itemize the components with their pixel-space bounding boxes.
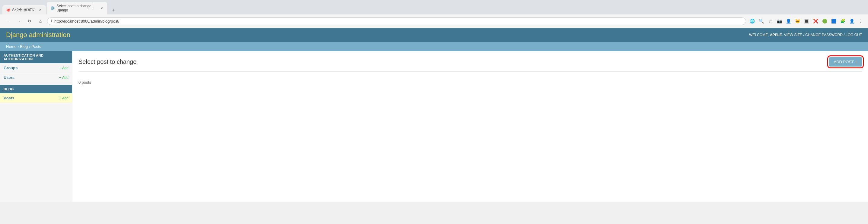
django-header: Django administration WELCOME, APPLE. VI… bbox=[0, 28, 868, 42]
forward-button[interactable]: → bbox=[14, 17, 23, 25]
extensions-icon[interactable]: 🧩 bbox=[839, 17, 846, 25]
back-button[interactable]: ← bbox=[4, 17, 12, 25]
reload-button[interactable]: ↻ bbox=[25, 17, 34, 25]
tab-label-django: Select post to change | Django bbox=[56, 4, 97, 12]
menu-icon[interactable]: ⋮ bbox=[857, 17, 864, 25]
tab-favicon-ai: 🐙 bbox=[6, 8, 10, 12]
home-button[interactable]: ⌂ bbox=[36, 17, 45, 25]
welcome-prefix: WELCOME, bbox=[749, 33, 769, 37]
tab-bar: 🐙 AI悦创-黄家宝 ✕ ⚙️ Select post to change | … bbox=[0, 0, 868, 14]
translate-icon[interactable]: 🌐 bbox=[748, 17, 756, 25]
tab-close-django[interactable]: ✕ bbox=[100, 6, 103, 10]
blog-section-header: BLOG bbox=[0, 85, 72, 94]
extension1-icon[interactable]: 🐱 bbox=[794, 17, 801, 25]
users-link[interactable]: Users bbox=[4, 75, 14, 80]
nav-actions: 🌐 🔍 ☆ 📷 👤 🐱 🔳 ❌ 🟢 🟦 🧩 👤 ⋮ bbox=[748, 17, 864, 25]
auth-section-header: AUTHENTICATION AND AUTHORIZATION bbox=[0, 51, 72, 63]
page-title: Select post to change bbox=[79, 59, 136, 65]
browser-chrome: 🐙 AI悦创-黄家宝 ✕ ⚙️ Select post to change | … bbox=[0, 0, 868, 28]
post-count: 0 posts bbox=[79, 78, 862, 87]
tab-label-ai: AI悦创-黄家宝 bbox=[12, 7, 35, 12]
extension4-icon[interactable]: 🟢 bbox=[821, 17, 828, 25]
user-avatar[interactable]: 👤 bbox=[848, 17, 855, 25]
sidebar-item-users: Users + Add bbox=[0, 73, 72, 82]
groups-link[interactable]: Groups bbox=[4, 66, 18, 70]
breadcrumb-blog[interactable]: Blog bbox=[20, 44, 28, 49]
django-admin: Django administration WELCOME, APPLE. VI… bbox=[0, 28, 868, 202]
address-text: http://localhost:8000/admin/blog/post/ bbox=[54, 19, 119, 24]
profile-icon[interactable]: 👤 bbox=[785, 17, 792, 25]
separator2: / bbox=[843, 33, 844, 37]
breadcrumb-posts: Posts bbox=[31, 44, 41, 49]
admin-content: AUTHENTICATION AND AUTHORIZATION Groups … bbox=[0, 51, 868, 202]
main-content: Select post to change ADD POST + 0 posts bbox=[72, 51, 868, 202]
user-info: WELCOME, APPLE. VIEW SITE / CHANGE PASSW… bbox=[749, 33, 862, 37]
sidebar-item-groups: Groups + Add bbox=[0, 63, 72, 73]
new-tab-button[interactable]: + bbox=[109, 6, 117, 14]
tab-django[interactable]: ⚙️ Select post to change | Django ✕ bbox=[47, 2, 107, 14]
tab-ai[interactable]: 🐙 AI悦创-黄家宝 ✕ bbox=[2, 5, 46, 14]
nav-bar: ← → ↻ ⌂ ℹ http://localhost:8000/admin/bl… bbox=[0, 14, 868, 28]
sidebar-separator bbox=[0, 82, 72, 85]
address-bar[interactable]: ℹ http://localhost:8000/admin/blog/post/ bbox=[47, 17, 746, 25]
sidebar: AUTHENTICATION AND AUTHORIZATION Groups … bbox=[0, 51, 72, 202]
zoom-icon[interactable]: 🔍 bbox=[757, 17, 765, 25]
extension5-icon[interactable]: 🟦 bbox=[830, 17, 837, 25]
posts-add-link[interactable]: + Add bbox=[59, 96, 68, 100]
view-site-link[interactable]: VIEW SITE bbox=[784, 33, 802, 37]
tab-favicon-django: ⚙️ bbox=[51, 6, 55, 10]
separator1: / bbox=[803, 33, 804, 37]
change-password-link[interactable]: CHANGE PASSWORD bbox=[805, 33, 843, 37]
django-title: Django administration bbox=[6, 31, 70, 39]
screenshot-icon[interactable]: 📷 bbox=[776, 17, 783, 25]
username: APPLE bbox=[770, 33, 782, 37]
breadcrumb-arrow1: › bbox=[18, 44, 19, 49]
add-post-button[interactable]: ADD POST + bbox=[829, 57, 862, 67]
breadcrumb-home[interactable]: Home bbox=[6, 44, 17, 49]
lock-icon: ℹ bbox=[51, 19, 53, 23]
bookmark-icon[interactable]: ☆ bbox=[767, 17, 774, 25]
sidebar-item-posts: Posts + Add bbox=[0, 94, 72, 103]
extension3-icon[interactable]: ❌ bbox=[812, 17, 819, 25]
content-header: Select post to change ADD POST + bbox=[79, 57, 862, 72]
tab-close-ai[interactable]: ✕ bbox=[38, 7, 42, 12]
groups-add-link[interactable]: + Add bbox=[59, 66, 68, 70]
breadcrumb-arrow2: › bbox=[29, 44, 30, 49]
extension2-icon[interactable]: 🔳 bbox=[803, 17, 810, 25]
posts-link[interactable]: Posts bbox=[4, 96, 14, 100]
users-add-link[interactable]: + Add bbox=[59, 76, 68, 80]
logout-link[interactable]: LOG OUT bbox=[846, 33, 862, 37]
breadcrumb: Home › Blog › Posts bbox=[0, 42, 868, 51]
